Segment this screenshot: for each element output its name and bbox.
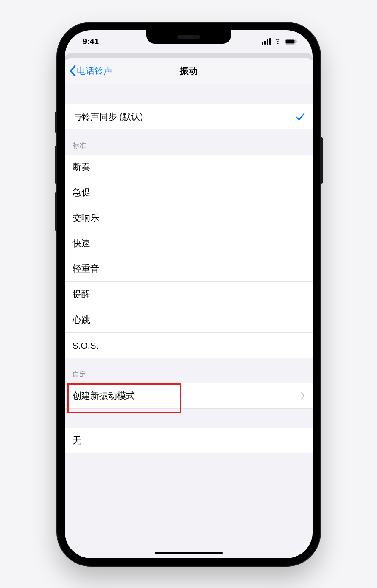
row-label: 急促	[73, 186, 305, 198]
notch	[146, 30, 231, 44]
row-label: 创建新振动模式	[73, 390, 301, 402]
content-scroll[interactable]: 与铃声同步 (默认) 标准 断奏 急促 交响乐 快速 轻重音 提醒	[65, 84, 313, 558]
section-header-custom: 自定	[65, 358, 313, 383]
device-frame: 9:41 电话铃声 振动	[57, 23, 320, 566]
row-standard-alert[interactable]: 提醒	[65, 282, 313, 307]
back-label: 电话铃声	[77, 65, 112, 77]
battery-icon	[285, 39, 297, 45]
checkmark-icon	[296, 113, 305, 121]
group-selected: 与铃声同步 (默认)	[65, 104, 313, 129]
group-standard: 断奏 急促 交响乐 快速 轻重音 提醒 心跳 S.O.S.	[65, 155, 313, 358]
svg-rect-1	[285, 39, 294, 43]
row-create-new-vibration[interactable]: 创建新振动模式	[65, 383, 313, 409]
row-label: 无	[73, 434, 305, 446]
svg-rect-2	[296, 40, 296, 42]
back-button[interactable]: 电话铃声	[69, 58, 112, 84]
screen: 9:41 电话铃声 振动	[65, 30, 313, 558]
row-label: S.O.S.	[73, 340, 305, 351]
row-standard-staccato[interactable]: 断奏	[65, 155, 313, 180]
row-none[interactable]: 无	[65, 428, 313, 453]
row-label: 快速	[73, 237, 305, 249]
section-spacer	[65, 409, 313, 428]
row-standard-symphony[interactable]: 交响乐	[65, 205, 313, 231]
section-spacer	[65, 84, 313, 104]
status-indicators	[262, 38, 297, 45]
row-sync-default[interactable]: 与铃声同步 (默认)	[65, 104, 313, 129]
group-none: 无	[65, 428, 313, 453]
status-time: 9:41	[83, 37, 99, 46]
chevron-left-icon	[69, 65, 76, 77]
row-label: 轻重音	[73, 263, 305, 275]
settings-sheet: 电话铃声 振动 与铃声同步 (默认) 标准	[65, 58, 313, 558]
mute-switch	[55, 112, 57, 133]
page-title: 振动	[180, 65, 198, 77]
volume-up-button	[55, 146, 57, 184]
section-header-standard: 标准	[65, 129, 313, 155]
cellular-signal-icon	[262, 38, 271, 45]
row-label: 交响乐	[73, 212, 305, 224]
row-label: 与铃声同步 (默认)	[73, 111, 296, 123]
row-standard-quick[interactable]: 快速	[65, 231, 313, 256]
row-standard-sos[interactable]: S.O.S.	[65, 333, 313, 358]
row-standard-heartbeat[interactable]: 心跳	[65, 307, 313, 333]
group-custom: 创建新振动模式	[65, 383, 313, 409]
power-button	[320, 137, 323, 184]
chevron-right-icon	[301, 392, 305, 400]
row-label: 提醒	[73, 288, 305, 300]
row-standard-accent[interactable]: 轻重音	[65, 256, 313, 282]
home-indicator[interactable]	[155, 552, 223, 554]
volume-down-button	[55, 192, 57, 231]
wifi-icon	[274, 38, 282, 45]
row-label: 心跳	[73, 314, 305, 326]
row-standard-rapid[interactable]: 急促	[65, 180, 313, 205]
navigation-bar: 电话铃声 振动	[65, 58, 313, 84]
row-label: 断奏	[73, 161, 305, 173]
